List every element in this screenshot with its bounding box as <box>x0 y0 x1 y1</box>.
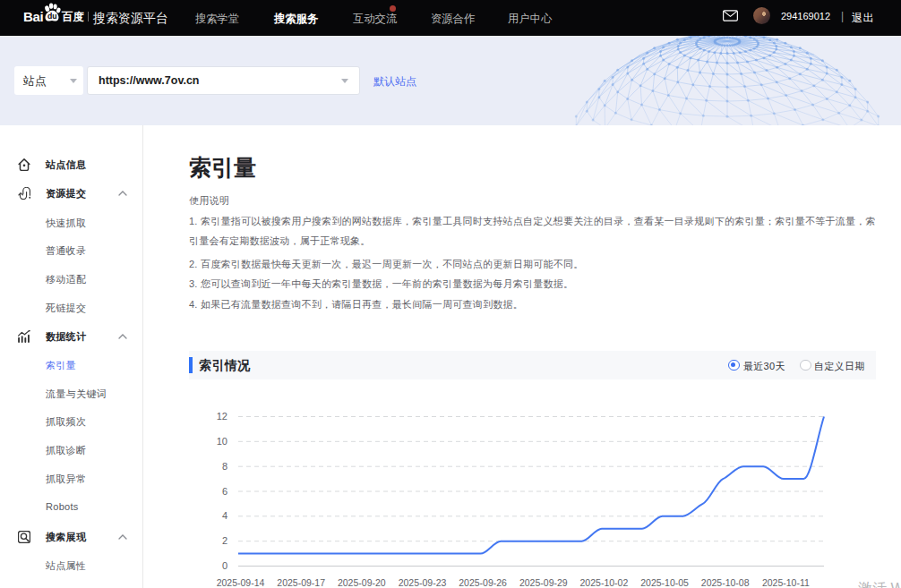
svg-text:2025-10-05: 2025-10-05 <box>640 577 689 588</box>
svg-text:2025-10-08: 2025-10-08 <box>701 577 750 588</box>
svg-text:2025-09-20: 2025-09-20 <box>338 577 386 588</box>
svg-text:12: 12 <box>217 411 227 422</box>
svg-text:2025-09-26: 2025-09-26 <box>459 577 507 588</box>
svg-text:8: 8 <box>222 461 227 472</box>
svg-text:2025-10-02: 2025-10-02 <box>580 577 629 588</box>
svg-text:10: 10 <box>217 436 227 447</box>
svg-text:2025-09-23: 2025-09-23 <box>399 577 447 588</box>
svg-text:6: 6 <box>222 486 227 497</box>
svg-text:4: 4 <box>222 510 227 521</box>
svg-text:2025-09-14: 2025-09-14 <box>217 577 265 588</box>
svg-text:2025-09-29: 2025-09-29 <box>519 577 568 588</box>
svg-text:2: 2 <box>222 535 227 546</box>
svg-text:0: 0 <box>222 560 227 571</box>
svg-text:2025-09-17: 2025-09-17 <box>277 577 325 588</box>
svg-text:2025-10-11: 2025-10-11 <box>762 577 810 588</box>
